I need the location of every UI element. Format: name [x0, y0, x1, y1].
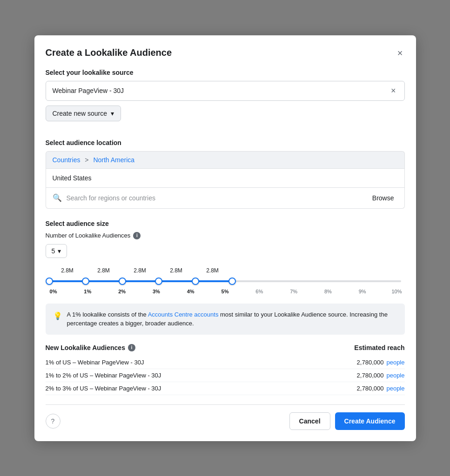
slider-track[interactable] [49, 277, 401, 286]
audience-row-3-name: 2% to 3% of US – Webinar PageView - 30J [46, 385, 161, 392]
col1-header: New Lookalike Audiences i [46, 344, 135, 351]
audience-row-3-reach: 2,780,000 people [357, 385, 405, 392]
slider-top-label-5: 2.8M [195, 267, 231, 274]
search-icon: 🔍 [53, 193, 62, 202]
audience-size-label: Select audience size [46, 220, 405, 227]
audience-row-2-name: 1% to 2% of US – Webinar PageView - 30J [46, 372, 161, 379]
modal-header: Create a Lookalike Audience × [46, 46, 405, 60]
slider-bottom-labels: 0% 1% 2% 3% 4% 5% 6% 7% 8% 9% 10% [46, 289, 405, 294]
num-audiences-info-icon[interactable]: i [133, 232, 141, 239]
create-source-button[interactable]: Create new source ▾ [46, 106, 121, 121]
slider-pct-6: 6% [251, 289, 267, 294]
audience-size-section: Select audience size Number of Lookalike… [46, 220, 405, 294]
num-audiences-label: Number of Lookalike Audiences i [46, 232, 405, 239]
audience-row-3: 2% to 3% of US – Webinar PageView - 30J … [46, 382, 405, 395]
slider-pct-0: 0% [46, 289, 61, 294]
modal-close-button[interactable]: × [396, 46, 405, 60]
help-button[interactable]: ? [46, 414, 60, 429]
slider-pct-7: 7% [286, 289, 302, 294]
slider-pct-10: 10% [389, 289, 404, 294]
footer-actions: Cancel Create Audience [289, 412, 405, 430]
breadcrumb-countries-link[interactable]: Countries [53, 156, 81, 164]
location-search-placeholder: Search for regions or countries [67, 194, 369, 202]
location-breadcrumb-row: Countries > North America [46, 151, 405, 168]
help-icon: ? [51, 417, 55, 425]
audiences-info-icon[interactable]: i [128, 344, 135, 351]
number-value: 5 [52, 247, 55, 255]
slider-pct-2: 2% [114, 289, 130, 294]
tip-icon: 💡 [53, 311, 62, 328]
slider-thumb-3[interactable] [155, 278, 162, 285]
slider-pct-4: 4% [183, 289, 199, 294]
source-input-wrapper: Webinar PageView - 30J × [46, 81, 405, 101]
audience-row-3-people-link[interactable]: people [386, 385, 404, 392]
create-source-label: Create new source [53, 110, 107, 117]
slider-thumb-1[interactable] [82, 278, 89, 285]
slider-top-label-3: 2.8M [122, 267, 158, 274]
slider-top-labels: 2.8M 2.8M 2.8M 2.8M 2.8M [46, 267, 405, 274]
tip-link[interactable]: Accounts Centre accounts [148, 311, 219, 318]
modal-title: Create a Lookalike Audience [46, 47, 172, 58]
tip-box: 💡 A 1% lookalike consists of the Account… [46, 304, 405, 335]
browse-button[interactable]: Browse [369, 192, 398, 204]
location-section-label: Select audience location [46, 139, 405, 146]
number-dropdown[interactable]: 5 ▾ [46, 244, 67, 258]
audience-row-1-reach: 2,780,000 people [357, 359, 405, 366]
breadcrumb-separator: > [85, 156, 90, 164]
source-selected-value: Webinar PageView - 30J [53, 87, 389, 94]
audience-row-1-people-link[interactable]: people [386, 359, 404, 366]
slider-thumb-0[interactable] [46, 278, 53, 285]
slider-top-label-4: 2.8M [158, 267, 195, 274]
cancel-button[interactable]: Cancel [289, 412, 330, 430]
location-search-row: 🔍 Search for regions or countries Browse [46, 188, 405, 209]
col2-header: Estimated reach [354, 344, 404, 351]
location-selected-country: United States [46, 168, 405, 188]
slider-top-label-2: 2.8M [86, 267, 122, 274]
slider-top-label-1: 2.8M [49, 267, 86, 274]
modal-dialog: Create a Lookalike Audience × Select you… [34, 35, 416, 441]
audience-row-2-reach: 2,780,000 people [357, 372, 405, 379]
audience-row-2: 1% to 2% of US – Webinar PageView - 30J … [46, 369, 405, 382]
audience-row-1: 1% of US – Webinar PageView - 30J 2,780,… [46, 356, 405, 369]
slider-pct-1: 1% [80, 289, 95, 294]
slider-thumb-2[interactable] [119, 278, 126, 285]
slider-thumb-4[interactable] [192, 278, 199, 285]
tip-text: A 1% lookalike consists of the Accounts … [67, 310, 397, 328]
create-source-chevron-icon: ▾ [111, 110, 114, 117]
tip-text-before: A 1% lookalike consists of the [67, 311, 148, 318]
number-dropdown-chevron-icon: ▾ [58, 247, 61, 255]
slider-track-fill [49, 280, 232, 282]
slider-thumb-5[interactable] [228, 278, 236, 285]
create-audience-button[interactable]: Create Audience [335, 412, 405, 430]
audience-row-1-name: 1% of US – Webinar PageView - 30J [46, 359, 144, 366]
audiences-table: New Lookalike Audiences i Estimated reac… [46, 344, 405, 395]
audiences-table-header: New Lookalike Audiences i Estimated reac… [46, 344, 405, 351]
modal-footer: ? Cancel Create Audience [46, 404, 405, 430]
slider-pct-3: 3% [148, 289, 164, 294]
slider-pct-8: 8% [320, 289, 336, 294]
breadcrumb-region-link[interactable]: North America [93, 156, 134, 164]
slider-pct-5: 5% [217, 289, 233, 294]
modal-overlay: Create a Lookalike Audience × Select you… [0, 0, 450, 476]
audience-row-2-people-link[interactable]: people [386, 372, 404, 379]
slider-pct-9: 9% [355, 289, 370, 294]
source-section-label: Select your lookalike source [46, 69, 405, 76]
location-section: Select audience location Countries > Nor… [46, 139, 405, 209]
source-clear-button[interactable]: × [389, 86, 398, 96]
source-section: Select your lookalike source Webinar Pag… [46, 69, 405, 132]
